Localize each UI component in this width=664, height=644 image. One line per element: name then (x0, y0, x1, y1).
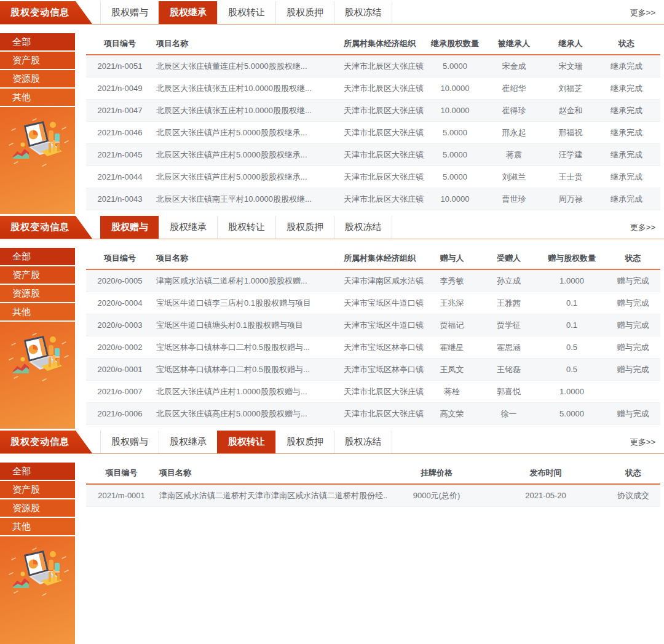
table-cell: 北辰区大张庄镇南王平村10.0000股股权继... (154, 194, 341, 205)
table-cell: 赠与完成 (606, 320, 660, 331)
section-title: 股权变动信息 (10, 7, 69, 18)
flame-dot-icon (21, 572, 25, 576)
sidebar-item-all[interactable]: 全部 (0, 248, 75, 266)
more-link[interactable]: 更多>> (630, 437, 664, 448)
table-cell: 徐一 (480, 408, 538, 419)
column-header: 继承人 (542, 38, 599, 49)
flame-dot-icon (21, 357, 25, 362)
column-header: 项目编号 (86, 253, 154, 264)
table-row[interactable]: 2021/n-0045北辰区大张庄镇芦庄村5.0000股股权继承...天津市北辰… (86, 144, 660, 166)
table-cell: 继承完成 (599, 194, 654, 205)
table-cell: 蒋震 (486, 149, 542, 161)
tab-equity-freeze[interactable]: 股权冻结 (334, 431, 392, 453)
table-row[interactable]: 2021/n-0051北辰区大张庄镇董连庄村5.0000股股权继...天津市北辰… (86, 55, 660, 78)
column-header: 项目编号 (86, 467, 157, 479)
table-row[interactable]: 2021/n-0044北辰区大张庄镇芦庄村5.0000股股权继承...天津市北辰… (86, 166, 660, 188)
table-row[interactable]: 2020/o-0002宝坻区林亭口镇林亭口二村0.5股股权赠与...天津市宝坻区… (86, 336, 660, 359)
tab-equity-gift[interactable]: 股权赠与 (100, 431, 159, 453)
table-cell: 继承完成 (599, 105, 654, 116)
table-row[interactable]: 2020/o-0003宝坻区牛道口镇塘头村0.1股股权赠与项目天津市宝坻区牛道口… (86, 314, 660, 336)
table-cell: 刘福芝 (542, 83, 599, 94)
sidebar-item-resource-shares[interactable]: 资源股 (0, 70, 75, 89)
tab-equity-gift[interactable]: 股权赠与 (100, 216, 159, 239)
tab-equity-pledge[interactable]: 股权质押 (275, 1, 334, 24)
table-row[interactable]: 2021/o-0006北辰区大张庄镇高庄村5.0000股股权赠与...天津市北辰… (86, 403, 660, 425)
table-row[interactable]: 2021/n-0049北辰区大张庄镇张五庄村10.0000股股权继...天津市北… (86, 78, 660, 100)
tab-equity-transfer[interactable]: 股权转让 (217, 216, 275, 239)
data-analytics-illustration (6, 117, 69, 170)
table-cell: 2021/m-0001 (86, 491, 157, 500)
table-cell: 2020/o-0003 (86, 320, 154, 330)
table-cell: 2021/n-0043 (86, 194, 154, 204)
table-cell: 王兆深 (424, 298, 480, 309)
tab-equity-freeze[interactable]: 股权冻结 (334, 216, 392, 239)
category-sidebar: 全部资产股资源股其他 (0, 463, 75, 644)
table-cell: 宋金成 (486, 61, 542, 72)
table-cell: 北辰区大张庄镇芦庄村1.0000股股权赠与... (154, 386, 341, 397)
sidebar-item-all[interactable]: 全部 (0, 463, 75, 481)
column-header: 发布时间 (486, 467, 606, 479)
sidebar-item-asset-shares[interactable]: 资产股 (0, 266, 75, 285)
table-cell: 宝坻区牛道口镇李三店村0.1股股权赠与项目 (154, 298, 341, 309)
table-row[interactable]: 2021/m-0001津南区咸水沽镇二道桥村天津市津南区咸水沽镇二道桥村股份经.… (86, 485, 660, 507)
table-cell: 宋文瑞 (542, 61, 599, 72)
sidebar-item-other[interactable]: 其他 (0, 518, 75, 536)
sidebar-item-other[interactable]: 其他 (0, 89, 75, 107)
table-cell: 蒋栓 (424, 386, 480, 397)
table-cell: 1.0000 (538, 276, 606, 285)
table-cell: 邢福祝 (542, 127, 599, 138)
table-row[interactable]: 2021/n-0047北辰区大张庄镇张五庄村10.0000股股权继...天津市北… (86, 100, 660, 122)
table-cell: 天津市津南区咸水沽镇二道桥村股... (341, 276, 424, 287)
table-cell: 天津市宝坻区牛道口镇塘头村股份... (341, 320, 424, 331)
tab-equity-inherit[interactable]: 股权继承 (159, 1, 217, 24)
table-cell: 霍思涵 (480, 342, 538, 353)
column-header: 状态 (606, 467, 661, 479)
table-cell: 邢永起 (486, 127, 542, 138)
sidebar-item-other[interactable]: 其他 (0, 303, 75, 322)
table-cell: 天津市北辰区大张庄镇芦庄村股份... (341, 172, 424, 183)
table-cell: 赠与完成 (606, 298, 660, 309)
table-row[interactable]: 2020/o-0001宝坻区林亭口镇林亭口二村0.5股股权赠与...天津市宝坻区… (86, 359, 660, 381)
tab-equity-gift[interactable]: 股权赠与 (100, 1, 159, 24)
table-row[interactable]: 2020/o-0005津南区咸水沽镇二道桥村1.0000股股权赠...天津市津南… (86, 270, 660, 292)
table-cell: 0.1 (538, 298, 606, 308)
table-cell: 天津市宝坻区牛道口镇李三店村股... (341, 298, 424, 309)
sidebar-item-all[interactable]: 全部 (0, 33, 75, 52)
table-cell: 津南区咸水沽镇二道桥村天津市津南区咸水沽镇二道桥村股份经... (157, 490, 387, 501)
section-title-ribbon: 股权变动信息 (0, 431, 92, 453)
sidebar-item-resource-shares[interactable]: 资源股 (0, 285, 75, 303)
table-row[interactable]: 2021/n-0043北辰区大张庄镇南王平村10.0000股股权继...天津市北… (86, 188, 660, 210)
table-cell: 10.0000 (424, 106, 486, 115)
tab-equity-pledge[interactable]: 股权质押 (275, 431, 334, 453)
tab-equity-inherit[interactable]: 股权继承 (159, 431, 217, 453)
table-cell: 协议成交 (606, 490, 661, 501)
table-row[interactable]: 2021/o-0007北辰区大张庄镇芦庄村1.0000股股权赠与...天津市北辰… (86, 381, 660, 403)
more-link[interactable]: 更多>> (630, 222, 664, 233)
table-row[interactable]: 2021/n-0046北辰区大张庄镇芦庄村5.0000股股权继承...天津市北辰… (86, 122, 660, 144)
sun-icon (50, 336, 56, 343)
section-title-ribbon: 股权变动信息 (0, 1, 92, 24)
tab-equity-transfer[interactable]: 股权转让 (217, 1, 275, 24)
table-row[interactable]: 2020/o-0004宝坻区牛道口镇李三店村0.1股股权赠与项目天津市宝坻区牛道… (86, 292, 660, 314)
tab-equity-transfer[interactable]: 股权转让 (217, 431, 275, 453)
more-link[interactable]: 更多>> (630, 7, 664, 18)
table-cell: 王雅茜 (480, 298, 538, 309)
table-cell: 津南区咸水沽镇二道桥村1.0000股股权赠... (154, 276, 341, 287)
equity-change-section: 股权变动信息股权赠与股权继承股权转让股权质押股权冻结更多>>全部资产股资源股其他… (0, 1, 664, 214)
table-cell: 0.5 (538, 365, 606, 374)
sidebar-item-asset-shares[interactable]: 资产股 (0, 481, 75, 499)
table-cell: 赠与完成 (606, 342, 660, 353)
table-cell: 赵金和 (542, 105, 599, 116)
records-table: 项目编号项目名称所属村集体经济组织赠与人受赠人赠与股权数量状态2020/o-00… (75, 248, 664, 429)
sun-icon (50, 551, 56, 557)
table-cell: 5.0000 (424, 128, 486, 137)
sidebar-item-asset-shares[interactable]: 资产股 (0, 52, 75, 70)
table-cell: 高文荣 (424, 408, 480, 419)
sidebar-item-resource-shares[interactable]: 资源股 (0, 499, 75, 518)
table-cell: 10.0000 (424, 84, 486, 93)
column-header: 项目名称 (154, 38, 341, 49)
tab-equity-pledge[interactable]: 股权质押 (275, 216, 334, 239)
table-header-row: 项目编号项目名称所属村集体经济组织赠与人受赠人赠与股权数量状态 (86, 248, 660, 270)
tab-equity-freeze[interactable]: 股权冻结 (334, 1, 392, 24)
tab-equity-inherit[interactable]: 股权继承 (159, 216, 217, 239)
